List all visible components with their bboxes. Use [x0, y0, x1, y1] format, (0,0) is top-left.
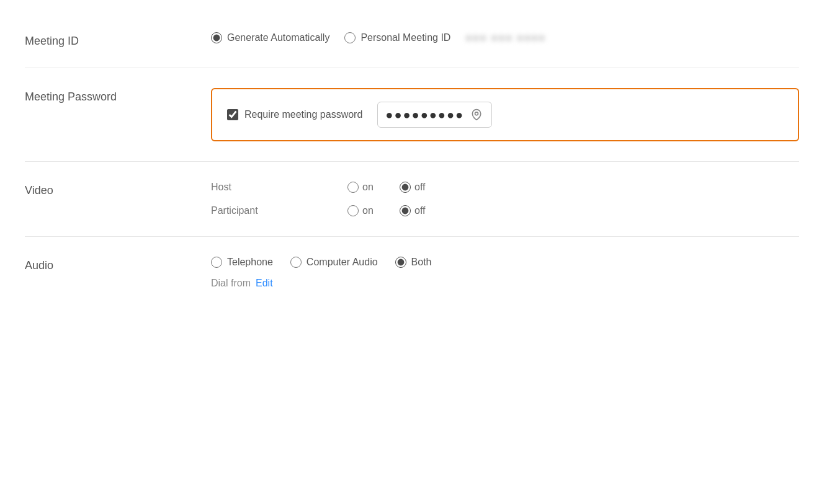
participant-video-row: Participant on off: [211, 205, 799, 216]
meeting-password-label: Meeting Password: [25, 88, 211, 104]
both-radio[interactable]: [395, 257, 406, 268]
audio-section: Audio Telephone Computer Audio Both Dial…: [25, 237, 799, 309]
host-video-row: Host on off: [211, 182, 799, 193]
meeting-password-content: Require meeting password ●●●●●●●●●: [211, 88, 799, 141]
telephone-label: Telephone: [227, 257, 273, 268]
meeting-id-section: Meeting ID Generate Automatically Person…: [25, 12, 799, 68]
audio-options-group: Telephone Computer Audio Both: [211, 257, 799, 268]
meeting-password-section: Meeting Password Require meeting passwor…: [25, 68, 799, 162]
participant-on-option[interactable]: on: [347, 205, 385, 216]
host-off-label: off: [414, 182, 437, 193]
participant-on-label: on: [362, 205, 385, 216]
require-password-checkbox-option[interactable]: Require meeting password: [227, 109, 362, 120]
participant-video-label: Participant: [211, 205, 347, 216]
svg-point-0: [475, 112, 478, 115]
meeting-id-content: Generate Automatically Personal Meeting …: [211, 32, 799, 43]
telephone-option[interactable]: Telephone: [211, 257, 273, 268]
computer-audio-option[interactable]: Computer Audio: [290, 257, 378, 268]
personal-meeting-radio[interactable]: [344, 32, 356, 43]
computer-audio-radio[interactable]: [290, 257, 302, 268]
telephone-radio[interactable]: [211, 257, 222, 268]
video-label: Video: [25, 182, 211, 197]
dial-from-label: Dial from: [211, 278, 251, 289]
password-dots: ●●●●●●●●●: [385, 108, 464, 122]
generate-auto-radio[interactable]: [211, 32, 222, 43]
host-off-option[interactable]: off: [400, 182, 437, 193]
video-section: Video Host on off Participant on: [25, 162, 799, 237]
both-label: Both: [411, 257, 432, 268]
personal-meeting-option[interactable]: Personal Meeting ID: [344, 32, 450, 43]
require-password-label: Require meeting password: [244, 109, 362, 120]
participant-off-radio[interactable]: [400, 205, 411, 216]
audio-label: Audio: [25, 257, 211, 272]
host-video-label: Host: [211, 182, 347, 193]
audio-content: Telephone Computer Audio Both Dial from …: [211, 257, 799, 289]
dial-from-edit-link[interactable]: Edit: [256, 278, 273, 289]
host-on-option[interactable]: on: [347, 182, 385, 193]
password-section-box: Require meeting password ●●●●●●●●●: [211, 88, 799, 141]
participant-on-radio[interactable]: [347, 205, 359, 216]
participant-off-label: off: [414, 205, 437, 216]
computer-audio-label: Computer Audio: [307, 257, 378, 268]
dial-from-row: Dial from Edit: [211, 278, 799, 289]
personal-meeting-id-value: ●●● ●●● ●●●●: [465, 32, 546, 43]
personal-meeting-label: Personal Meeting ID: [361, 32, 450, 43]
participant-on-off-group: on off: [347, 205, 437, 216]
host-off-radio[interactable]: [400, 182, 411, 193]
host-on-off-group: on off: [347, 182, 437, 193]
password-input-wrapper: ●●●●●●●●●: [377, 102, 492, 128]
meeting-id-label: Meeting ID: [25, 32, 211, 48]
require-password-checkbox[interactable]: [227, 109, 238, 120]
host-on-label: on: [362, 182, 385, 193]
video-content: Host on off Participant on: [211, 182, 799, 216]
meeting-id-radio-group: Generate Automatically Personal Meeting …: [211, 32, 799, 43]
both-option[interactable]: Both: [395, 257, 432, 268]
generate-auto-option[interactable]: Generate Automatically: [211, 32, 329, 43]
host-on-radio[interactable]: [347, 182, 359, 193]
participant-off-option[interactable]: off: [400, 205, 437, 216]
generate-auto-label: Generate Automatically: [227, 32, 329, 43]
password-visibility-icon[interactable]: [469, 107, 484, 122]
